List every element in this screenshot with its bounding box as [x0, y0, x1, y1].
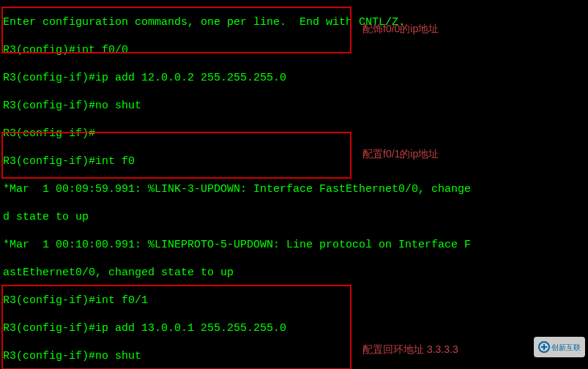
terminal-output[interactable]: Enter configuration commands, one per li… [0, 0, 588, 369]
cli-line: R3(config-if)#no shut [3, 99, 585, 113]
cli-line: R3(config-if)#ip add 13.0.0.1 255.255.25… [3, 321, 585, 335]
annotation-loopback: 配置回环地址 3.3.3.3 [362, 343, 458, 357]
cli-line: astEthernet0/0, changed state to up [3, 266, 585, 280]
cli-line: *Mar 1 00:09:59.991: %LINK-3-UPDOWN: Int… [3, 182, 585, 196]
cli-line: d state to up [3, 210, 585, 224]
cli-line: R3(config-if)#no shut [3, 349, 585, 363]
cli-line: R3(config-if)#ip add 12.0.0.2 255.255.25… [3, 71, 585, 85]
cli-line: R3(config-if)#int f0 [3, 154, 585, 168]
cli-line: R3(config-if)#int f0/1 [3, 294, 585, 308]
annotation-f00: 配饰f0/0的ip地址 [362, 22, 439, 36]
cli-line: R3(config)#int f0/0 [3, 43, 585, 57]
cli-line: *Mar 1 00:10:00.991: %LINEPROTO-5-UPDOWN… [3, 238, 585, 252]
cli-line: Enter configuration commands, one per li… [3, 15, 585, 29]
annotation-f01: 配置f0/1的ip地址 [362, 147, 439, 161]
cli-line: R3(config-if)# [3, 127, 585, 141]
